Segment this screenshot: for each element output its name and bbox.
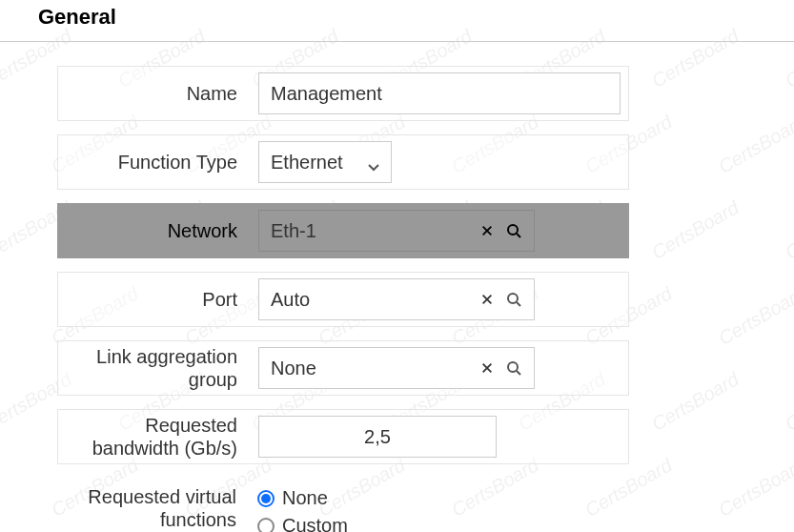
function-type-select[interactable]: Ethernet [258, 141, 392, 183]
network-value: Eth-1 [271, 220, 477, 242]
row-function-type: Function Type Ethernet [57, 134, 629, 190]
function-type-label: Function Type [58, 135, 249, 189]
search-icon[interactable] [503, 289, 524, 310]
lag-value: None [271, 358, 477, 379]
name-label: Name [58, 67, 249, 120]
section-divider [0, 41, 794, 42]
close-icon[interactable] [477, 289, 498, 310]
row-name: Name [57, 66, 629, 121]
chevron-down-icon [368, 156, 379, 168]
row-virtual-functions: Requested virtual functions None Custom [57, 478, 629, 532]
radio-icon [257, 490, 275, 507]
network-picker[interactable]: Eth-1 [258, 210, 535, 252]
svg-point-0 [508, 225, 518, 235]
row-bandwidth: Requested bandwidth (Gb/s) [57, 409, 629, 464]
svg-point-1 [508, 294, 518, 303]
radio-custom-label: Custom [282, 515, 348, 532]
virtual-functions-radio-group: None Custom [257, 483, 348, 532]
port-picker[interactable]: Auto [258, 278, 535, 320]
search-icon[interactable] [503, 220, 524, 241]
radio-none-label: None [282, 487, 328, 509]
radio-custom[interactable]: Custom [257, 515, 348, 532]
row-lag: Link aggregation group None [57, 340, 629, 396]
function-type-value: Ethernet [271, 152, 358, 174]
bandwidth-input[interactable] [258, 416, 497, 458]
row-network: Network Eth-1 [57, 203, 629, 258]
row-port: Port Auto [57, 272, 629, 327]
name-input[interactable] [258, 72, 621, 114]
close-icon[interactable] [477, 220, 498, 241]
svg-point-2 [508, 362, 518, 372]
network-label: Network [58, 204, 249, 257]
radio-icon [257, 518, 275, 533]
virtual-functions-label: Requested virtual functions [57, 478, 248, 532]
bandwidth-label: Requested bandwidth (Gb/s) [58, 410, 249, 463]
radio-none[interactable]: None [257, 487, 348, 509]
lag-label: Link aggregation group [58, 341, 249, 395]
lag-picker[interactable]: None [258, 347, 535, 389]
section-title: General [0, 0, 794, 41]
port-value: Auto [271, 289, 477, 311]
search-icon[interactable] [503, 358, 524, 379]
close-icon[interactable] [477, 358, 498, 379]
port-label: Port [58, 273, 249, 326]
